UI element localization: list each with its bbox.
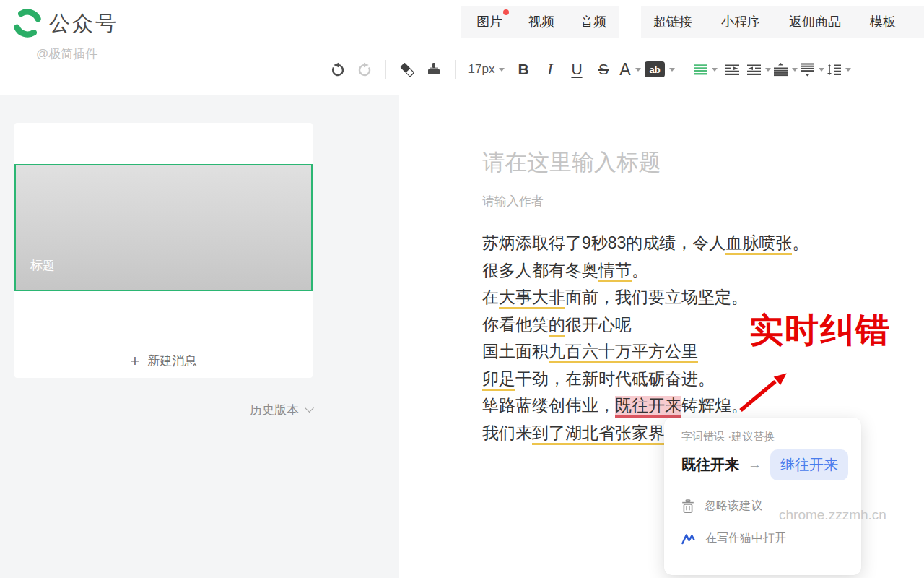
xiezuocat-logo-icon (681, 532, 695, 545)
history-version-button[interactable]: 历史版本 (14, 402, 313, 418)
font-size-dropdown[interactable]: 17px (464, 56, 509, 83)
toolbar-separator (455, 60, 456, 79)
draft-card[interactable]: 标题 + 新建消息 (14, 123, 313, 378)
history-version-label: 历史版本 (250, 402, 299, 418)
text-segment: 国土面积 (482, 342, 549, 361)
paragraph: 卯足干劲，在新时代砥砺奋进。 (482, 366, 886, 393)
text-segment: 很开心呢 (565, 315, 632, 334)
site-watermark: chrome.zzzmh.cn (779, 507, 886, 523)
thumbnail-title-label: 标题 (30, 257, 55, 274)
outdent-icon (747, 64, 761, 75)
tab-hyperlink[interactable]: 超链接 (653, 13, 692, 30)
marked-text: 血脉喷张 (725, 233, 792, 255)
tab-mini-program[interactable]: 小程序 (721, 13, 760, 30)
line-spacing-dropdown[interactable] (773, 56, 798, 83)
undo-button[interactable] (326, 56, 350, 83)
indent-button[interactable] (720, 56, 744, 83)
annotation-arrow-icon (733, 361, 796, 415)
insert-tab-group: 超链接 小程序 返佣商品 模板 (641, 6, 924, 38)
cover-thumbnail[interactable]: 标题 (14, 164, 313, 291)
tab-rebate-goods[interactable]: 返佣商品 (789, 13, 841, 30)
format-toolbar: 17px B I U S A ab (326, 43, 924, 95)
toolbar-separator (385, 60, 386, 79)
plugin-watermark: @极简插件 (36, 46, 97, 62)
chevron-down-icon (819, 68, 824, 72)
marked-text: 卯足 (482, 369, 515, 391)
underline-button[interactable]: U (565, 56, 589, 83)
popup-header: 字词错误 ·建议替换 (681, 430, 775, 444)
text-segment: 你看他笑 (482, 315, 549, 334)
original-text: 既往开来 (681, 455, 739, 475)
paragraph: 苏炳添取得了9秒83的成绩，令人血脉喷张。 (482, 230, 886, 257)
brand-title: 公众号 (49, 9, 118, 38)
tab-label: 图片 (476, 14, 502, 29)
tab-video[interactable]: 视频 (528, 13, 554, 30)
correction-popup: 字词错误 ·建议替换 既往开来 → 继往开来 忽略该建议 在写作猫中打 (664, 418, 861, 575)
text-segment: 干劲，在新时代砥砺奋进。 (515, 369, 715, 388)
outdent-dropdown[interactable] (746, 56, 771, 83)
marked-text: 既往开来 (615, 396, 681, 418)
eraser-icon (399, 61, 416, 78)
highlight-color-dropdown[interactable]: ab (645, 56, 675, 83)
chevron-down-icon (635, 68, 641, 72)
text-segment: 。 (632, 261, 648, 280)
page: 公众号 @极简插件 图片 视频 音频 超链接 小程序 返佣商品 模板 (0, 0, 924, 578)
ignore-suggestion-button[interactable]: 忽略该建议 (681, 499, 762, 514)
media-tab-group: 图片 视频 音频 (461, 6, 619, 38)
chevron-down-icon (792, 68, 798, 72)
font-color-label: A (619, 60, 630, 79)
chevron-down-icon (712, 68, 718, 72)
paragraph: 筚路蓝缕创伟业，既往开来铸辉煌。 (482, 392, 886, 420)
highlight-label: ab (645, 61, 665, 77)
strikethrough-button[interactable]: S (591, 56, 616, 83)
text-segment: 我们来 (482, 423, 532, 442)
italic-button[interactable]: I (538, 56, 562, 83)
text-segment: 筚路蓝缕创伟业， (482, 396, 615, 415)
marked-text: 情节 (598, 261, 632, 282)
text-segment: 面前，我们要立场坚定。 (565, 288, 748, 306)
new-message-button[interactable]: + 新建消息 (14, 353, 313, 369)
paragraph-spacing-dropdown[interactable] (800, 56, 824, 83)
text-indent-icon (827, 64, 841, 75)
open-in-xiezuocat-button[interactable]: 在写作猫中打开 (681, 531, 786, 546)
bold-button[interactable]: B (511, 56, 536, 83)
open-in-label: 在写作猫中打开 (705, 531, 786, 546)
undo-icon (330, 61, 346, 77)
tab-image[interactable]: 图片 (476, 13, 502, 30)
marked-text: 九百六十万平方公里 (549, 342, 698, 363)
marked-text: 的 (549, 315, 565, 337)
paragraph: 很多人都有冬奥情节。 (482, 257, 886, 285)
ignore-label: 忽略该建议 (705, 499, 762, 514)
chevron-down-icon (305, 403, 314, 413)
text-indent-dropdown[interactable] (827, 56, 851, 83)
indent-icon (725, 64, 739, 75)
title-input[interactable]: 请在这里输入标题 (482, 147, 661, 178)
marked-text: 到了湖北省张家界 (532, 423, 665, 445)
author-input[interactable]: 请输入作者 (482, 193, 544, 210)
suggestion-button[interactable]: 继往开来 (770, 449, 848, 480)
chevron-down-icon (499, 68, 505, 72)
chevron-down-icon (765, 68, 771, 72)
tab-audio[interactable]: 音频 (580, 13, 606, 30)
line-color-icon (694, 64, 707, 75)
font-color-dropdown[interactable]: A (618, 56, 642, 83)
plus-icon: + (131, 353, 140, 369)
text-segment: 在 (482, 288, 499, 306)
text-segment: 很多人都有冬奥 (482, 261, 598, 280)
line-spacing-icon (774, 63, 788, 77)
suggestion-row: 既往开来 → 继往开来 (681, 449, 848, 480)
paragraph: 在大事大非面前，我们要立场坚定。 (482, 284, 886, 311)
font-size-value: 17px (468, 62, 495, 77)
draft-sidebar: 标题 + 新建消息 历史版本 (0, 95, 399, 578)
trash-icon (681, 499, 694, 514)
chevron-down-icon (845, 68, 851, 72)
redo-button[interactable] (352, 56, 377, 83)
toolbar-separator (684, 60, 684, 79)
header: 公众号 @极简插件 图片 视频 音频 超链接 小程序 返佣商品 模板 (0, 0, 924, 43)
line-color-dropdown[interactable] (693, 56, 718, 83)
tab-template[interactable]: 模板 (870, 13, 896, 30)
format-painter-button[interactable] (422, 56, 446, 83)
clear-format-button[interactable] (395, 56, 419, 83)
arrow-right-icon: → (748, 457, 762, 473)
new-message-label: 新建消息 (147, 353, 196, 369)
